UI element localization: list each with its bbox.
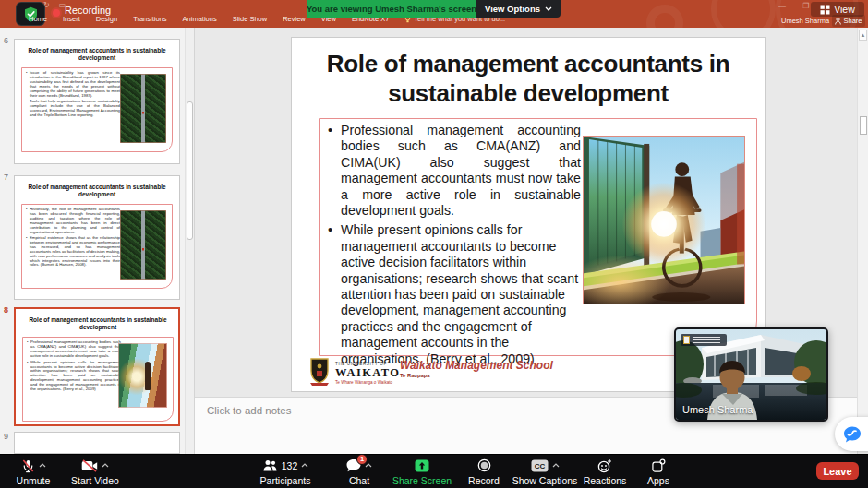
- city-cyclist-photo: [118, 343, 167, 408]
- chat-unread-badge: 1: [356, 454, 368, 465]
- microphone-muted-icon: [21, 458, 35, 473]
- show-captions-button[interactable]: CC Show Captions: [508, 458, 582, 486]
- share-screen-icon: [415, 459, 429, 472]
- tab-review[interactable]: Review: [283, 15, 306, 23]
- apps-icon: [652, 458, 666, 472]
- grid-view-icon: [820, 5, 830, 15]
- chevron-up-icon[interactable]: [301, 463, 308, 468]
- tab-animations[interactable]: Animations: [183, 15, 217, 23]
- tab-slide-show[interactable]: Slide Show: [233, 15, 268, 23]
- tab-transitions[interactable]: Transitions: [133, 15, 166, 23]
- thumb-number-7: 7: [4, 173, 8, 182]
- thumb-content-box: Historically, the role of management acc…: [21, 204, 173, 289]
- slide-bullets[interactable]: Professional management accounting bodie…: [326, 123, 581, 371]
- forest-road-photo: [120, 210, 166, 280]
- participants-button[interactable]: 132 Participants: [251, 458, 319, 486]
- zoom-toolbar: Unmute Start Video: [0, 454, 868, 488]
- notes-placeholder[interactable]: Click to add notes: [207, 405, 291, 416]
- tab-insert[interactable]: Insert: [63, 15, 80, 23]
- scrollbar-thumb[interactable]: [187, 101, 193, 240]
- tab-design[interactable]: Design: [96, 15, 117, 23]
- slide-footer: THE UNIVERSITY OF WAIKATO Te Whare Wānan…: [308, 357, 678, 388]
- slide-thumbnail-9[interactable]: Research Questions: [14, 432, 180, 454]
- webcam-video-umesh-sharma: Umesh Sharma: [674, 327, 828, 422]
- slide-title[interactable]: Role of management accountants in sustai…: [307, 49, 750, 108]
- waikato-watermark-text: [693, 337, 720, 343]
- participant-name-label: Umesh Sharma: [682, 404, 753, 415]
- editor-scrollbar[interactable]: [857, 28, 868, 454]
- city-cyclist-photo[interactable]: [583, 136, 745, 304]
- record-icon: [477, 458, 491, 472]
- thumb-title: Role of management accountants in sustai…: [16, 316, 180, 330]
- captions-assistant-bubble[interactable]: [835, 417, 868, 451]
- record-button[interactable]: Record: [460, 458, 508, 486]
- thumb-number-6: 6: [4, 36, 8, 45]
- chat-swirl-icon: [842, 424, 862, 445]
- thumb-title: Role of management accountants in sustai…: [15, 47, 179, 61]
- leave-button[interactable]: Leave: [816, 462, 859, 480]
- thumb-footer: Waikato Management School: [21, 164, 74, 165]
- thumb-content-box: Issue of sustainability has grown since …: [21, 67, 173, 152]
- university-label: WAIKATO: [335, 366, 400, 380]
- svg-text:CC: CC: [534, 462, 545, 470]
- waikato-watermark-badge: [681, 334, 727, 346]
- slide-thumbnail-6[interactable]: Role of management accountants in sustai…: [14, 39, 180, 164]
- chevron-up-icon[interactable]: [39, 463, 46, 468]
- thumb-number-9: 9: [4, 432, 8, 441]
- unmute-button[interactable]: Unmute: [7, 458, 59, 486]
- share-screen-button[interactable]: Share Screen: [386, 458, 458, 486]
- ppt-share-button[interactable]: Share: [832, 15, 865, 27]
- school-label: Waikato Management School: [400, 359, 553, 372]
- participants-count: 132: [282, 460, 298, 471]
- thumbnail-scrollbar[interactable]: [185, 28, 194, 454]
- participants-icon: [262, 459, 278, 472]
- scroll-up-arrow-icon[interactable]: [859, 30, 867, 41]
- view-options-button[interactable]: View Options: [476, 0, 561, 18]
- start-video-button[interactable]: Start Video: [65, 458, 126, 486]
- thumb-bullets: Issue of sustainability has grown since …: [26, 71, 120, 120]
- thumb-bullets: Historically, the role of management acc…: [26, 208, 120, 269]
- chevron-down-icon: [545, 6, 552, 11]
- tab-home[interactable]: Home: [29, 15, 47, 23]
- reactions-smiley-icon: [597, 458, 612, 473]
- reactions-button[interactable]: Reactions: [577, 458, 633, 486]
- thumb-bullets: Professional management accounting bodie…: [27, 340, 121, 393]
- school-sub-label: Te Raupapa: [400, 373, 429, 378]
- person-icon: [835, 18, 841, 25]
- slide-thumbnail-panel: 6 Role of management accountants in sust…: [0, 28, 194, 454]
- apps-button[interactable]: Apps: [636, 458, 681, 486]
- thumb-content-box: Professional management accounting bodie…: [22, 337, 174, 422]
- account-name: Umesh Sharma: [781, 17, 829, 25]
- chevron-up-icon[interactable]: [552, 463, 560, 468]
- waikato-crest-icon: [21, 164, 27, 165]
- thumb-number-8: 8: [4, 305, 8, 315]
- thumb-title: Role of management accountants in sustai…: [15, 184, 179, 197]
- camera-off-icon: [81, 459, 98, 472]
- chat-button[interactable]: 1 Chat: [332, 458, 386, 486]
- forest-road-photo: [120, 74, 166, 143]
- chevron-up-icon[interactable]: [102, 463, 109, 468]
- slide-thumbnail-7[interactable]: Role of management accountants in sustai…: [14, 175, 180, 300]
- slide-thumbnail-8-selected[interactable]: Role of management accountants in sustai…: [14, 307, 180, 426]
- scrollbar-thumb[interactable]: [860, 116, 867, 135]
- waikato-crest-icon: [683, 336, 690, 344]
- screen-share-banner: You are viewing Umesh Sharma's screen: [307, 0, 476, 18]
- waikato-crest-icon: [308, 358, 331, 386]
- closed-captions-icon: CC: [531, 459, 549, 472]
- chevron-up-icon[interactable]: [365, 463, 372, 468]
- zoom-meeting-screen: ↺ ↻ ▭ — ❐ Recording Home Insert Design T…: [0, 0, 868, 488]
- university-maori-label: Te Whare Wānanga o Waikato: [335, 380, 392, 385]
